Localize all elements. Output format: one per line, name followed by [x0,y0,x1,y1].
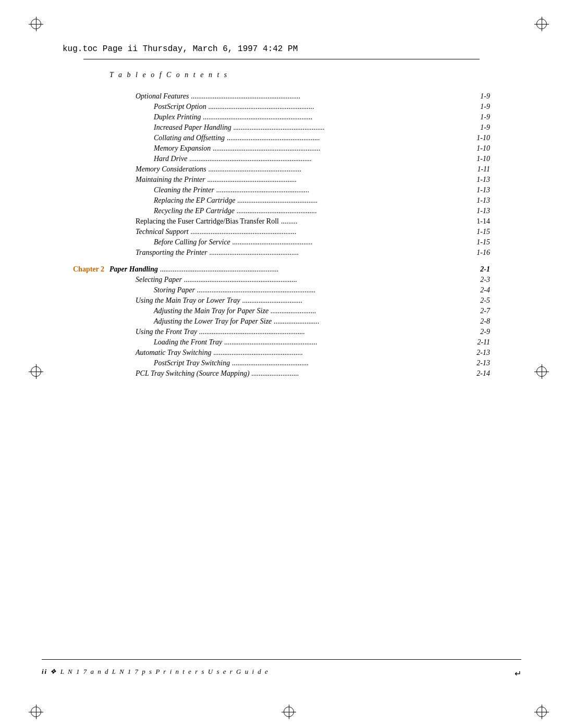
chapter2-row: Chapter 2 Paper Handling ...............… [73,265,490,274]
toc-entry-adjust-lower-tray: Adjusting the Lower Tray for Paper Size … [73,317,490,326]
footer-page-number: ii [42,668,47,675]
toc-entry-before-calling: Before Calling for Service .............… [73,238,490,246]
toc-entry-hard-drive: Hard Drive .............................… [73,155,490,163]
toc-entry-technical-support: Technical Support ......................… [73,228,490,236]
toc-label: Optional Features [136,92,189,101]
toc-label: Collating and Offsetting [154,134,225,142]
toc-entry-pcl-tray: PCL Tray Switching (Source Mapping) ....… [73,369,490,378]
toc-label: Memory Considerations [136,165,206,174]
toc-entry-storing-paper: Storing Paper ..........................… [73,286,490,294]
header-title: kug.toc Page ii Thursday, March 6, 1997 … [63,44,298,54]
toc-entry-main-tray: Using the Main Tray or Lower Tray ......… [73,297,490,305]
toc-label: Replacing the Fuser Cartridge/Bias Trans… [136,217,279,226]
header-area: kug.toc Page ii Thursday, March 6, 1997 … [42,39,521,54]
toc-entry-increased-paper: Increased Paper Handling ...............… [73,124,490,132]
bottom-right-arrow: ↵ [515,669,521,678]
toc-label: Maintaining the Printer [136,176,205,184]
footer-text: ii ❖ L N 1 7 a n d L N 1 7 p s P r i n t… [42,668,521,676]
toc-entry-postscript-tray: PostScript Tray Switching ..............… [73,359,490,367]
toc-entry-optional-features: Optional Features ......................… [73,92,490,101]
toc-label: Cleaning the Printer [154,186,214,194]
toc-entry-collating: Collating and Offsetting ...............… [73,134,490,142]
footer-guide-title: L N 1 7 a n d L N 1 7 p s P r i n t e r … [60,668,269,675]
toc-label: Replacing the EP Cartridge [154,196,235,205]
toc-entry-memory-considerations: Memory Considerations ..................… [73,165,490,174]
toc-label: Before Calling for Service [154,238,230,246]
toc-entry-replacing-ep: Replacing the EP Cartridge .............… [73,196,490,205]
toc-entry-duplex-printing: Duplex Printing ........................… [73,113,490,121]
footer-line [42,659,521,660]
toc-label: Hard Drive [154,155,187,163]
toc-label: Technical Support [136,228,189,236]
toc-label: Transporting the Printer [136,249,207,257]
toc-entry-transporting: Transporting the Printer ...............… [73,249,490,257]
toc-entry-cleaning: Cleaning the Printer ...................… [73,186,490,194]
toc-entry-front-tray: Using the Front Tray ...................… [73,328,490,336]
chapter-title: Paper Handling [109,265,158,274]
toc-entry-maintaining: Maintaining the Printer ................… [73,176,490,184]
toc-entry-fuser: Replacing the Fuser Cartridge/Bias Trans… [73,217,490,226]
toc-heading: T a b l e o f C o n t e n t s [109,70,521,79]
toc-label: PostScript Option [154,103,206,111]
toc-entry-loading-front-tray: Loading the Front Tray .................… [73,338,490,347]
toc-entry-postscript-option: PostScript Option ......................… [73,103,490,111]
toc-label: Recycling the EP Cartridge [154,207,235,215]
toc-entry-adjust-main-tray: Adjusting the Main Tray for Paper Size .… [73,307,490,315]
page: kug.toc Page ii Thursday, March 6, 1997 … [0,0,563,728]
footer-area: ii ❖ L N 1 7 a n d L N 1 7 p s P r i n t… [42,659,521,676]
toc-label: Duplex Printing [154,113,201,121]
chapter-label: Chapter 2 [73,265,104,274]
toc-entry-recycling-ep: Recycling the EP Cartridge .............… [73,207,490,215]
toc-entry-selecting-paper: Selecting Paper ........................… [73,276,490,284]
toc-entry-auto-tray: Automatic Tray Switching ...............… [73,349,490,357]
toc-label: Increased Paper Handling [154,124,231,132]
toc-label: Memory Expansion [154,144,211,153]
toc-entry-memory-expansion: Memory Expansion .......................… [73,144,490,153]
toc-container: Optional Features ......................… [73,92,490,378]
header-line [83,59,480,59]
